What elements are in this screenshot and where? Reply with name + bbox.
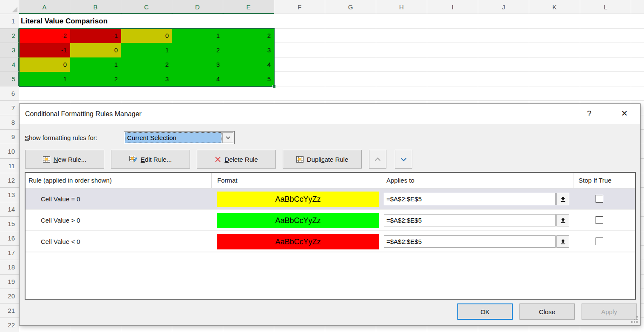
stop-if-true-checkbox[interactable] [596,195,603,203]
cell-D3[interactable]: 2 [172,43,223,57]
row-header-2[interactable]: 2 [0,29,19,43]
row-header-14[interactable]: 14 [0,202,19,217]
edit-rule-pencil-icon [129,156,137,163]
apply-button[interactable]: Apply [582,303,637,320]
cell-C5[interactable]: 3 [121,72,172,86]
format-preview-swatch: AaBbCcYyZz [217,234,379,249]
row-header-3[interactable]: 3 [0,43,19,57]
collapse-dialog-button[interactable] [556,214,569,226]
cell-D2[interactable]: 1 [172,29,223,43]
collapse-dialog-button[interactable] [556,235,569,248]
delete-rule-button[interactable]: Delete Rule [197,150,276,169]
column-header-A[interactable]: A [19,0,70,14]
applies-to-input[interactable]: =$A$2:$E$5 [384,193,556,205]
show-rules-dropdown[interactable]: Current Selection [124,131,235,144]
cell-B5[interactable]: 2 [70,72,121,86]
cell-C3[interactable]: 1 [121,43,172,57]
move-rule-up-button[interactable] [369,150,386,169]
row-header-12[interactable]: 12 [0,173,19,188]
row-header-19[interactable]: 19 [0,275,19,289]
row-header-21[interactable]: 21 [0,303,19,318]
select-all-corner[interactable] [0,0,19,14]
cell-C4[interactable]: 2 [121,57,172,72]
help-icon[interactable]: ? [580,104,599,124]
row-header-6[interactable]: 6 [0,86,19,101]
rule-row-cell-value-greater-0[interactable]: Cell Value > 0 AaBbCcYyZz =$A$2:$E$5 [26,210,635,231]
cell-B2[interactable]: -1 [70,29,121,43]
resize-grip[interactable] [631,316,638,323]
collapse-dialog-icon [560,196,566,202]
dialog-titlebar[interactable]: Conditional Formatting Rules Manager ? ✕ [20,104,640,124]
rule-row-cell-value-less-0[interactable]: Cell Value < 0 AaBbCcYyZz =$A$2:$E$5 [26,231,635,252]
column-header-D[interactable]: D [172,0,223,14]
row-header-20[interactable]: 20 [0,289,19,303]
collapse-dialog-icon [560,239,566,245]
row-header-16[interactable]: 16 [0,231,19,246]
rule-row-cell-value-equals-0[interactable]: Cell Value = 0 AaBbCcYyZz =$A$2:$E$5 [26,189,635,210]
cell-D5[interactable]: 4 [172,72,223,86]
cell-E3[interactable]: 3 [223,43,274,57]
edit-rule-button[interactable]: Edit Rule... [111,150,190,169]
collapse-dialog-button[interactable] [556,193,569,205]
duplicate-rule-table-icon [296,156,304,163]
column-header-H[interactable]: H [376,0,427,14]
row-header-5[interactable]: 5 [0,72,19,86]
row-header-7[interactable]: 7 [0,101,19,115]
chevron-down-icon [226,136,230,139]
column-header-F[interactable]: F [274,0,325,14]
row-header-13[interactable]: 13 [0,188,19,202]
chevron-up-icon [374,157,381,161]
delete-x-icon [215,156,221,163]
cell-A4[interactable]: 0 [19,57,70,72]
duplicate-rule-label: Duplicate Rule [307,156,349,163]
applies-to-input[interactable]: =$A$2:$E$5 [384,214,556,226]
cell-E4[interactable]: 4 [223,57,274,72]
column-headers: ABCDEFGHIJKL [19,0,644,14]
column-header-I[interactable]: I [427,0,478,14]
cell-C2[interactable]: 0 [121,29,172,43]
cell-B3[interactable]: 0 [70,43,121,57]
row-header-1[interactable]: 1 [0,14,19,29]
column-header-L[interactable]: L [580,0,631,14]
dropdown-arrow-button[interactable] [222,132,233,143]
column-header-K[interactable]: K [529,0,580,14]
column-header-B[interactable]: B [70,0,121,14]
row-header-10[interactable]: 10 [0,144,19,159]
new-rule-button[interactable]: New Rule... [25,150,104,169]
stop-if-true-checkbox[interactable] [596,216,603,224]
dropdown-selected-value: Current Selection [125,132,221,143]
cell-A2[interactable]: -2 [19,29,70,43]
new-rule-table-icon [43,156,50,163]
row-header-22[interactable]: 22 [0,318,19,332]
delete-rule-label: Delete Rule [224,156,258,163]
applies-to-input[interactable]: =$A$2:$E$5 [384,235,556,248]
cell-B4[interactable]: 1 [70,57,121,72]
rules-list-header: Rule (applied in order shown) Format App… [26,173,635,189]
column-header-G[interactable]: G [325,0,376,14]
close-icon[interactable]: ✕ [615,104,634,124]
chevron-down-icon [400,157,407,161]
cell-A5[interactable]: 1 [19,72,70,86]
row-header-17[interactable]: 17 [0,246,19,260]
row-header-9[interactable]: 9 [0,130,19,144]
row-header-4[interactable]: 4 [0,57,19,72]
row-header-15[interactable]: 15 [0,217,19,231]
stop-if-true-checkbox[interactable] [596,238,603,245]
cell-E2[interactable]: 2 [223,29,274,43]
cell-row-2: -2-1012 [19,29,274,43]
row-header-8[interactable]: 8 [0,115,19,130]
cell-E5[interactable]: 5 [223,72,274,86]
cell-A3[interactable]: -1 [19,43,70,57]
cell-A1[interactable]: Literal Value Comparison [21,14,199,29]
row-header-18[interactable]: 18 [0,260,19,275]
column-header-C[interactable]: C [121,0,172,14]
fill-handle[interactable] [272,85,276,88]
close-button[interactable]: Close [519,303,575,320]
row-header-11[interactable]: 11 [0,159,19,173]
duplicate-rule-button[interactable]: Duplicate Rule [283,150,362,169]
column-header-J[interactable]: J [478,0,529,14]
move-rule-down-button[interactable] [395,150,412,169]
cell-D4[interactable]: 3 [172,57,223,72]
column-header-E[interactable]: E [223,0,274,14]
ok-button[interactable]: OK [457,303,513,320]
